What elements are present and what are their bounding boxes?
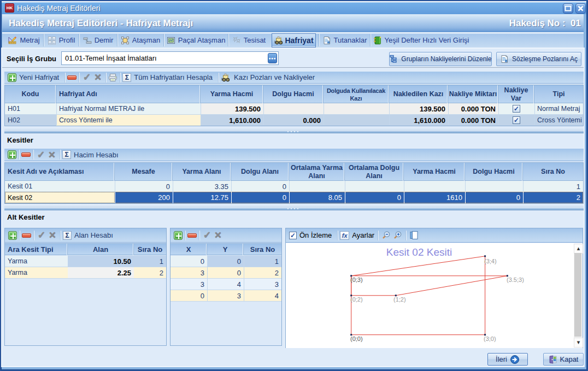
svg-text:(3.5;3): (3.5;3) [507,276,524,283]
svg-text:(0;0): (0;0) [350,335,363,342]
svg-text:(0;2): (0;2) [350,296,363,303]
svg-text:(3;4): (3;4) [484,258,497,264]
svg-text:(3;0): (3;0) [484,335,496,342]
svg-text:(0;3): (0;3) [350,276,363,283]
svg-text:(1;2): (1;2) [393,296,406,303]
